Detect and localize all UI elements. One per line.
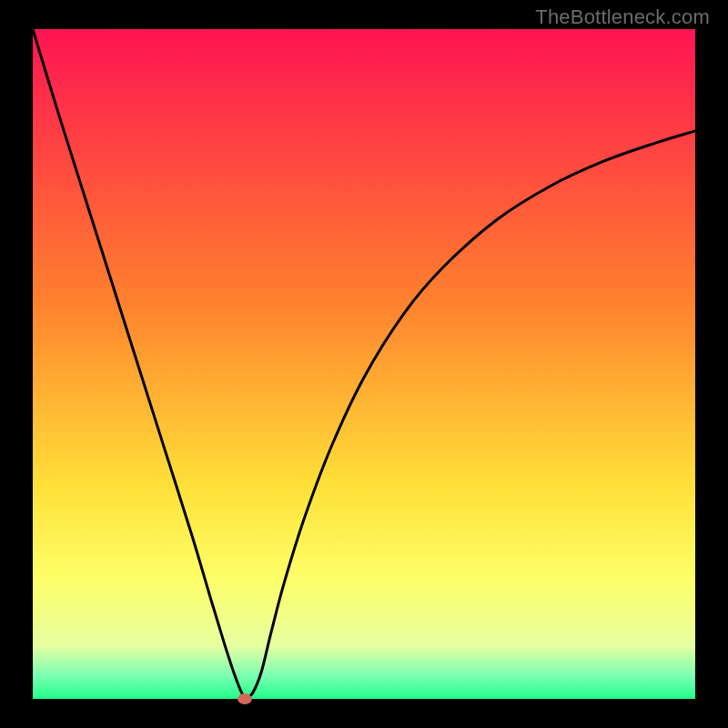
chart-frame: TheBottleneck.com: [0, 0, 728, 728]
marker-point: [238, 693, 252, 704]
plot-area: [33, 29, 695, 699]
watermark-text: TheBottleneck.com: [535, 5, 710, 29]
bottleneck-chart: [0, 0, 728, 728]
